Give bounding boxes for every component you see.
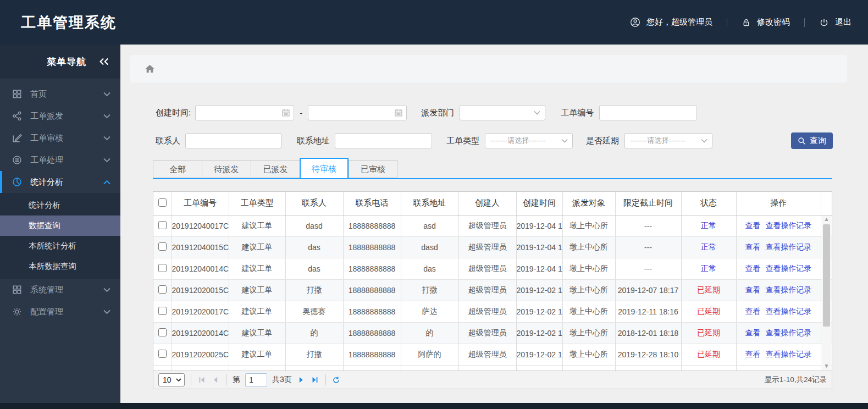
table-row: 201912020025C建议工单打撒18888888888阿萨的超级管理员20… <box>153 344 832 365</box>
main-content: 创建时间: - 派发部门 工单编号 <box>120 45 868 403</box>
delay-select[interactable]: -------请选择------- <box>624 133 712 148</box>
scroll-up-icon[interactable]: ▲ <box>824 215 830 223</box>
sidebar-item[interactable]: 工单处理 <box>0 149 120 171</box>
view-link[interactable]: 查看 <box>745 328 761 337</box>
cell-actions: 查看查看操作记录 <box>736 279 821 301</box>
view-log-link[interactable]: 查看操作记录 <box>766 242 812 251</box>
logout-button[interactable]: 退出 <box>819 17 852 27</box>
col-target: 派发对象 <box>562 192 615 215</box>
footer-strip <box>0 403 868 409</box>
divider <box>727 18 727 27</box>
page-size-value: 10 <box>163 375 172 384</box>
scrollbar-thumb[interactable] <box>823 224 830 327</box>
work-order-table: 工单编号 工单类型 联系人 联系电话 联系地址 创建人 创建时间 派发对象 限定… <box>153 191 832 371</box>
double-chevron-left-icon[interactable] <box>98 57 109 66</box>
cell-type: 建议工单 <box>229 301 285 322</box>
record-summary: 显示1-10,共24记录 <box>765 375 827 385</box>
tab-to-review[interactable]: 待审核 <box>300 158 349 179</box>
sidebar-subitem[interactable]: 统计分析 <box>0 195 120 215</box>
view-link[interactable]: 查看 <box>745 307 761 316</box>
refresh-icon[interactable] <box>332 376 340 384</box>
cell-type: 建议工单 <box>229 236 285 258</box>
view-log-link[interactable]: 查看操作记录 <box>766 350 812 358</box>
row-checkbox[interactable] <box>158 371 167 372</box>
last-page-button[interactable] <box>311 375 319 384</box>
sidebar-item[interactable]: 系统管理 <box>0 279 120 301</box>
tab-reviewed[interactable]: 已审核 <box>349 160 397 178</box>
create-time-start <box>195 105 294 120</box>
view-link[interactable]: 查看 <box>745 285 761 294</box>
change-password-button[interactable]: 修改密码 <box>742 17 790 27</box>
view-link[interactable]: 查看 <box>745 242 761 251</box>
sidebar-item[interactable]: 统计分析 <box>0 171 120 193</box>
query-button[interactable]: 查询 <box>791 132 833 149</box>
sidebar-item[interactable]: 配置管理 <box>0 301 120 323</box>
order-type-select[interactable]: -------请选择------- <box>485 133 573 148</box>
view-log-link[interactable]: 查看操作记录 <box>766 328 812 337</box>
sidebar-item-label: 首页 <box>30 89 103 100</box>
home-icon[interactable] <box>144 63 156 74</box>
sidebar-menu: 首页工单派发工单审核工单处理统计分析统计分析数据查询本所统计分析本所数据查询系统… <box>0 79 120 323</box>
chevron-down-icon <box>534 110 540 115</box>
sidebar-item-label: 统计分析 <box>30 177 103 187</box>
view-log-link[interactable]: 查看操作记录 <box>766 221 812 230</box>
tab-dispatched[interactable]: 已派发 <box>251 160 300 178</box>
tab-all[interactable]: 全部 <box>153 160 202 178</box>
col-address: 联系地址 <box>401 192 458 215</box>
col-phone: 联系电话 <box>343 192 401 215</box>
select-all-checkbox[interactable] <box>158 198 167 207</box>
row-checkbox[interactable] <box>158 285 167 294</box>
cell-phone: 18888888888 <box>343 344 401 365</box>
cell-created: 2019-12-02 16 <box>516 322 562 344</box>
process-icon <box>12 155 22 165</box>
calendar-icon[interactable] <box>281 108 290 117</box>
next-page-button[interactable] <box>297 375 306 384</box>
view-link[interactable]: 查看 <box>745 264 761 273</box>
total-pages-label: 共3页 <box>272 375 292 385</box>
app-title: 工单管理系统 <box>21 13 117 32</box>
sidebar-item[interactable]: 工单审核 <box>0 127 120 149</box>
prev-page-button[interactable] <box>211 375 220 384</box>
cell-target: 墩上中心所 <box>562 236 615 258</box>
row-checkbox[interactable] <box>158 221 167 229</box>
cell-contact: 打撒 <box>285 344 343 365</box>
row-checkbox[interactable] <box>158 242 167 251</box>
view-link[interactable]: 查看 <box>745 350 761 358</box>
divider <box>191 374 191 385</box>
tab-to-dispatch[interactable]: 待派发 <box>202 160 251 178</box>
create-time-start-input[interactable] <box>195 105 294 120</box>
order-no-input[interactable] <box>599 105 697 120</box>
view-link[interactable]: 查看 <box>745 221 761 230</box>
col-actions: 操作 <box>736 192 821 215</box>
address-input[interactable] <box>335 133 432 148</box>
view-log-link[interactable]: 查看操作记录 <box>766 264 812 273</box>
page-size-select[interactable]: 10 <box>158 373 185 386</box>
first-page-button[interactable] <box>197 375 206 384</box>
view-log-link[interactable]: 查看操作记录 <box>766 285 812 294</box>
contact-input[interactable] <box>185 133 281 148</box>
dispatch-dept-select[interactable] <box>460 105 545 120</box>
scroll-down-icon[interactable]: ▼ <box>824 362 830 370</box>
calendar-icon[interactable] <box>394 108 403 117</box>
row-checkbox[interactable] <box>158 350 167 358</box>
view-log-link[interactable]: 查看操作记录 <box>766 307 812 316</box>
cell-phone: 18888888888 <box>343 301 401 322</box>
cell-contact: 打撒 <box>285 279 343 301</box>
sidebar-item[interactable]: 工单派发 <box>0 105 120 127</box>
user-greeting[interactable]: 您好，超级管理员 <box>630 17 712 27</box>
row-checkbox[interactable] <box>158 328 167 336</box>
cell-type: 建议工单 <box>229 258 285 279</box>
chevron-down-icon <box>701 139 707 143</box>
sidebar-subitem[interactable]: 数据查询 <box>0 215 120 236</box>
grid-icon <box>12 285 22 295</box>
sidebar-item[interactable]: 首页 <box>0 83 120 105</box>
sidebar-subitem[interactable]: 本所数据查询 <box>0 256 120 277</box>
tab-bar: 全部 待派发 已派发 待审核 已审核 <box>153 160 832 179</box>
row-checkbox[interactable] <box>158 264 167 272</box>
page-number-input[interactable] <box>245 373 267 387</box>
create-time-end-input[interactable] <box>308 105 407 120</box>
change-password-label: 修改密码 <box>757 17 790 27</box>
sidebar-subitem[interactable]: 本所统计分析 <box>0 236 120 256</box>
row-checkbox[interactable] <box>158 307 167 315</box>
cell-contact: 的 <box>285 322 343 344</box>
